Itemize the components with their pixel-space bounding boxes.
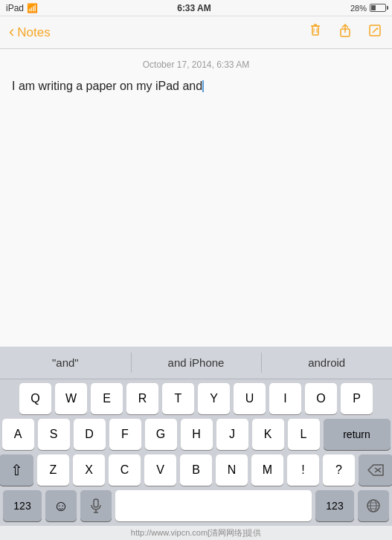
battery-icon <box>370 4 386 12</box>
back-button[interactable]: ‹ Notes <box>9 25 51 40</box>
svg-line-8 <box>373 28 377 33</box>
key-row-1: Q W E R T Y U I O P <box>3 383 389 414</box>
key-num-left[interactable]: 123 <box>3 490 42 521</box>
delete-icon[interactable] <box>307 22 324 42</box>
shift-icon: ⇧ <box>10 461 23 479</box>
key-e[interactable]: E <box>91 383 123 414</box>
text-cursor <box>202 80 204 92</box>
key-o[interactable]: O <box>305 383 337 414</box>
key-q[interactable]: Q <box>19 383 51 414</box>
status-bar: iPad 📶 6:33 AM 28% <box>0 0 392 16</box>
key-f[interactable]: F <box>109 419 141 450</box>
note-area[interactable]: October 17, 2014, 6:33 AM I am writing a… <box>0 49 392 347</box>
key-v[interactable]: V <box>144 454 176 486</box>
key-u[interactable]: U <box>234 383 266 414</box>
key-emoji[interactable]: ☺ <box>45 490 77 521</box>
status-time: 6:33 AM <box>177 3 211 13</box>
key-d[interactable]: D <box>74 419 106 450</box>
key-g[interactable]: G <box>145 419 177 450</box>
key-i[interactable]: I <box>269 383 301 414</box>
back-arrow-icon: ‹ <box>9 24 14 40</box>
compose-icon[interactable] <box>367 22 383 42</box>
key-shift[interactable]: ⇧ <box>0 454 33 486</box>
key-s[interactable]: S <box>38 419 70 450</box>
key-space[interactable] <box>115 490 312 521</box>
note-text: I am writing a paper on my iPad and <box>12 77 380 95</box>
wifi-icon: 📶 <box>27 3 38 13</box>
key-l[interactable]: L <box>288 419 320 450</box>
key-b[interactable]: B <box>180 454 212 486</box>
key-c[interactable]: C <box>109 454 141 486</box>
key-n[interactable]: N <box>216 454 248 486</box>
note-date: October 17, 2014, 6:33 AM <box>12 60 380 70</box>
key-rows: Q W E R T Y U I O P A S D F G H J K L re… <box>0 379 392 540</box>
svg-rect-13 <box>94 499 98 507</box>
key-y[interactable]: Y <box>198 383 230 414</box>
autocomplete-item-1[interactable]: and iPhone <box>131 347 262 379</box>
key-excl[interactable]: ! <box>287 454 319 486</box>
autocomplete-item-0[interactable]: "and" <box>0 347 131 379</box>
key-z[interactable]: Z <box>37 454 69 486</box>
key-h[interactable]: H <box>181 419 213 450</box>
key-backspace[interactable] <box>359 454 392 486</box>
key-question[interactable]: ? <box>323 454 355 486</box>
key-k[interactable]: K <box>252 419 284 450</box>
key-w[interactable]: W <box>55 383 87 414</box>
key-x[interactable]: X <box>73 454 105 486</box>
nav-actions <box>307 22 383 42</box>
key-a[interactable]: A <box>2 419 34 450</box>
key-row-3: ⇧ Z X C V B N M ! ? <box>3 454 389 486</box>
key-row-4: 123 ☺ 123 <box>3 490 389 521</box>
key-return[interactable]: return <box>324 419 391 450</box>
share-icon[interactable] <box>337 22 353 42</box>
key-globe[interactable] <box>358 490 389 521</box>
autocomplete-bar: "and" and iPhone android <box>0 347 392 379</box>
status-left: iPad 📶 <box>6 3 38 13</box>
key-p[interactable]: P <box>341 383 373 414</box>
key-row-2: A S D F G H J K L return <box>3 419 389 450</box>
nav-bar: ‹ Notes <box>0 16 392 49</box>
svg-rect-0 <box>312 26 318 35</box>
keyboard: "and" and iPhone android Q W E R T Y U I… <box>0 347 392 540</box>
back-label: Notes <box>17 25 50 40</box>
key-r[interactable]: R <box>126 383 158 414</box>
key-t[interactable]: T <box>162 383 194 414</box>
carrier-label: iPad <box>6 3 24 13</box>
autocomplete-item-2[interactable]: android <box>261 347 392 379</box>
key-num-right[interactable]: 123 <box>315 490 354 521</box>
battery-percent: 28% <box>350 4 367 13</box>
key-j[interactable]: J <box>216 419 248 450</box>
status-right: 28% <box>350 4 386 13</box>
watermark: http://www.vipcn.com[清网网络]提供 <box>0 526 392 540</box>
key-mic[interactable] <box>80 490 112 521</box>
key-m[interactable]: M <box>251 454 283 486</box>
